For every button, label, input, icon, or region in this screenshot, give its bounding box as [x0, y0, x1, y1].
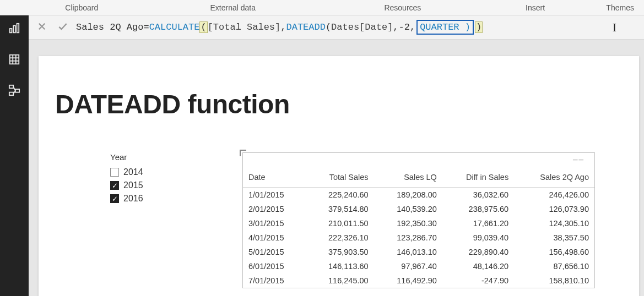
formula-measure-name: Sales 2Q Ago [76, 22, 143, 32]
table-cell: 210,011.50 [305, 216, 374, 231]
ribbon-group-resources: Resources [331, 3, 474, 12]
text-cursor-icon: I [613, 20, 616, 35]
table-visual[interactable]: ══ Date Total Sales Sales LQ Diff in Sal… [242, 152, 595, 288]
formula-bar[interactable]: Sales 2Q Ago = CALCULATE ( [Total Sales]… [29, 15, 644, 40]
relationships-icon [8, 84, 20, 98]
year-slicer[interactable]: Year 2014✓2015✓2016 [110, 152, 198, 288]
table-row[interactable]: 3/01/2015210,011.50192,350.3017,661.2012… [243, 216, 594, 231]
table-cell: 158,810.10 [514, 273, 594, 288]
table-grid-icon [8, 53, 20, 68]
report-view-button[interactable] [6, 21, 23, 39]
table-row[interactable]: 7/01/2015116,245.00116,492.90-247.90158,… [243, 273, 594, 288]
table-cell: 17,661.20 [442, 216, 514, 231]
table-cell: 146,013.10 [374, 245, 442, 259]
table-cell: 375,903.50 [305, 245, 374, 259]
slicer-item[interactable]: ✓2015 [110, 180, 198, 190]
svg-rect-3 [10, 55, 19, 64]
slicer-item[interactable]: 2014 [110, 167, 198, 177]
table-cell: 246,426.00 [514, 188, 594, 202]
table-cell: 379,514.80 [305, 202, 374, 216]
table-cell: 87,656.10 [514, 259, 594, 273]
svg-rect-10 [9, 92, 13, 96]
svg-rect-8 [9, 85, 13, 89]
svg-rect-0 [10, 29, 12, 32]
report-page[interactable]: DATEADD function Year 2014✓2015✓2016 ══ [39, 56, 639, 296]
bar-chart-icon [8, 23, 20, 37]
formula-comma-2: , [393, 22, 398, 32]
formula-fn-calculate: CALCULATE [149, 22, 200, 32]
formula-comma-3: , [410, 22, 415, 32]
checkbox-icon[interactable]: ✓ [110, 181, 119, 190]
table-cell: 126,073.90 [514, 202, 594, 216]
slicer-title: Year [110, 152, 198, 162]
model-view-button[interactable] [6, 83, 23, 100]
table-cell: 4/01/2015 [243, 231, 305, 245]
table-cell: 146,113.60 [305, 259, 374, 273]
checkbox-icon[interactable]: ✓ [110, 194, 119, 203]
col-header-date[interactable]: Date [243, 169, 305, 188]
drag-handle-icon[interactable]: ══ [573, 156, 585, 164]
svg-rect-2 [17, 24, 19, 33]
view-switcher-rail [0, 15, 29, 296]
check-icon [57, 21, 68, 34]
table-cell: 5/01/2015 [243, 245, 305, 259]
col-header-sales-lq[interactable]: Sales LQ [374, 169, 442, 188]
table-cell: 229,890.40 [442, 245, 514, 259]
formula-arg-total-sales: [Total Sales] [208, 22, 281, 32]
formula-close-paren-1: ) [475, 21, 483, 33]
table-cell: 123,286.70 [374, 231, 442, 245]
formula-fn-dateadd: DATEADD [286, 22, 325, 32]
formula-cancel-button[interactable] [34, 20, 50, 35]
table-cell: 192,350.30 [374, 216, 442, 231]
checkbox-icon[interactable] [110, 168, 119, 177]
col-header-sales-2q[interactable]: Sales 2Q Ago [514, 169, 594, 188]
table-row[interactable]: 6/01/2015146,113.6097,967.4048,146.2087,… [243, 259, 594, 273]
slicer-item-label: 2015 [123, 180, 143, 190]
formula-commit-button[interactable] [55, 20, 71, 35]
formula-input[interactable]: Sales 2Q Ago = CALCULATE ( [Total Sales]… [76, 20, 483, 35]
table-cell: 97,967.40 [374, 259, 442, 273]
table-cell: 189,208.00 [374, 188, 442, 202]
slicer-item-label: 2016 [123, 194, 143, 204]
table-row[interactable]: 1/01/2015225,240.60189,208.0036,032.6024… [243, 188, 594, 202]
col-header-diff[interactable]: Diff in Sales [442, 169, 514, 188]
table-cell: 116,492.90 [374, 273, 442, 288]
col-header-total-sales[interactable]: Total Sales [305, 169, 374, 188]
report-canvas[interactable]: DATEADD function Year 2014✓2015✓2016 ══ [29, 40, 644, 296]
ribbon-group-external-data: External data [135, 3, 331, 12]
formula-equals: = [143, 22, 149, 32]
table-cell: 48,146.20 [442, 259, 514, 273]
table-cell: -247.90 [442, 273, 514, 288]
slicer-item[interactable]: ✓2016 [110, 194, 198, 204]
table-cell: 238,975.60 [442, 202, 514, 216]
svg-rect-1 [13, 26, 15, 33]
table-cell: 116,245.00 [305, 273, 374, 288]
table-cell: 7/01/2015 [243, 273, 305, 288]
resize-handle-icon[interactable] [240, 150, 246, 156]
ribbon-group-labels: Clipboard External data Resources Insert… [0, 0, 644, 15]
table-cell: 3/01/2015 [243, 216, 305, 231]
table-cell: 156,498.60 [514, 245, 594, 259]
svg-rect-9 [15, 89, 19, 92]
formula-comma-1: , [280, 22, 286, 32]
table-cell: 1/01/2015 [243, 188, 305, 202]
formula-arg-neg2: -2 [399, 22, 410, 32]
table-cell: 222,326.10 [305, 231, 374, 245]
table-row[interactable]: 5/01/2015375,903.50146,013.10229,890.401… [243, 245, 594, 259]
table-cell: 124,305.10 [514, 216, 594, 231]
table-row[interactable]: 4/01/2015222,326.10123,286.7099,039.4038… [243, 231, 594, 245]
table-cell: 36,032.60 [442, 188, 514, 202]
data-view-button[interactable] [6, 52, 23, 69]
table-cell: 6/01/2015 [243, 259, 305, 273]
x-icon [37, 21, 47, 34]
formula-arg-quarter-highlight: QUARTER ) [416, 20, 474, 35]
ribbon-group-themes: Themes [596, 3, 644, 12]
ribbon-group-clipboard: Clipboard [29, 3, 135, 12]
ribbon-group-insert: Insert [474, 3, 596, 12]
table-row[interactable]: 2/01/2015379,514.80140,539.20238,975.601… [243, 202, 594, 216]
table-cell: 140,539.20 [374, 202, 442, 216]
data-table: Date Total Sales Sales LQ Diff in Sales … [243, 169, 594, 288]
table-cell: 225,240.60 [305, 188, 374, 202]
formula-open-paren-2: ( [326, 22, 331, 32]
formula-open-paren-1: ( [199, 21, 207, 33]
